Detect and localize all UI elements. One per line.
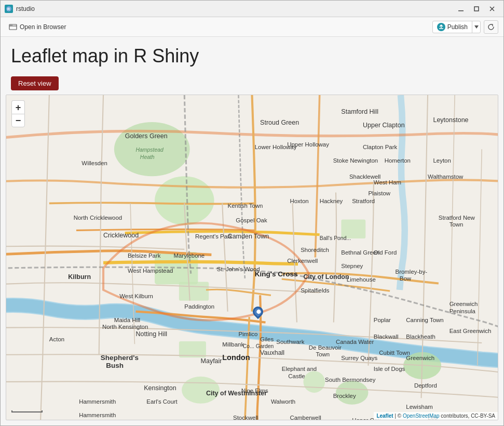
window-controls (454, 3, 499, 15)
svg-text:Cricklewood: Cricklewood (103, 232, 139, 239)
svg-text:Stockwell: Stockwell (233, 415, 258, 420)
svg-text:Ball's Pond...: Ball's Pond... (320, 235, 351, 241)
svg-text:Marylebone: Marylebone (173, 252, 205, 259)
svg-text:Earl's Court: Earl's Court (146, 398, 178, 405)
svg-text:Hackney: Hackney (320, 198, 343, 204)
svg-text:North Kensington: North Kensington (102, 324, 148, 330)
svg-text:South Bermondsey: South Bermondsey (325, 377, 376, 383)
svg-text:London: London (222, 353, 250, 362)
svg-text:Millbank: Millbank (222, 341, 244, 348)
maximize-button[interactable] (469, 3, 484, 15)
map-zoom-controls: + − (11, 100, 25, 127)
svg-text:Walworth: Walworth (271, 398, 295, 405)
svg-text:King's Cross: King's Cross (255, 270, 298, 278)
leaflet-link[interactable]: Leaflet (376, 413, 393, 419)
app-window: R rstudio (0, 0, 504, 426)
svg-text:R: R (7, 7, 10, 11)
map-tiles: Kilburn Shepherd's Bush West Kilburn Mai… (6, 95, 498, 420)
zoom-out-button[interactable]: − (11, 114, 25, 127)
svg-text:Pimlico: Pimlico (238, 331, 257, 337)
svg-text:Notting Hill: Notting Hill (136, 330, 167, 338)
svg-point-8 (11, 24, 12, 25)
svg-text:St. John's Wood: St. John's Wood (217, 266, 260, 272)
publish-icon (437, 23, 445, 31)
svg-text:Stoke Newington: Stoke Newington (333, 157, 378, 164)
app-content: Leaflet map in R Shiny Reset view (1, 37, 503, 425)
svg-text:Co... Garden: Co... Garden (243, 344, 274, 350)
svg-text:Shacklewell: Shacklewell (349, 174, 380, 180)
svg-text:Walthamstow: Walthamstow (428, 174, 464, 180)
svg-text:Bromley-by-: Bromley-by- (396, 269, 428, 275)
svg-text:Blackheath: Blackheath (406, 334, 435, 340)
osm-link[interactable]: OpenStreetMap (403, 413, 440, 419)
publish-dropdown-button[interactable] (472, 21, 480, 33)
refresh-button[interactable] (484, 20, 498, 34)
svg-text:Vauxhall: Vauxhall (260, 349, 284, 356)
svg-point-7 (10, 24, 11, 25)
open-browser-label: Open in Browser (20, 23, 66, 31)
svg-text:Camden Town: Camden Town (228, 233, 269, 240)
svg-text:Bush: Bush (106, 362, 124, 369)
map-attribution: Leaflet | © OpenStreetMap contributors, … (374, 412, 498, 420)
svg-text:Giles: Giles (260, 336, 274, 342)
svg-text:Heath: Heath (140, 154, 155, 160)
svg-text:Lewisham: Lewisham (406, 404, 433, 410)
svg-text:Stroud Green: Stroud Green (260, 119, 299, 126)
publish-group: Publish (432, 21, 481, 33)
svg-text:East Greenwich: East Greenwich (449, 328, 492, 334)
svg-text:Stratford: Stratford (352, 198, 375, 204)
svg-text:Hoxton: Hoxton (290, 198, 308, 204)
svg-text:Limehouse: Limehouse (347, 276, 376, 283)
svg-text:Paddington: Paddington (184, 303, 214, 310)
titlebar: R rstudio (1, 1, 503, 17)
svg-text:Peninsula: Peninsula (449, 308, 476, 314)
svg-text:Southwark: Southwark (276, 339, 304, 345)
svg-text:Hammersmith: Hammersmith (79, 412, 116, 418)
svg-text:Greenwich: Greenwich (449, 301, 478, 307)
svg-text:Spitalfields: Spitalfields (301, 287, 330, 294)
svg-text:Gospel Oak: Gospel Oak (236, 217, 267, 223)
svg-text:Shoreditch: Shoreditch (301, 247, 329, 253)
svg-text:Regent's Park: Regent's Park (195, 233, 233, 239)
open-browser-button[interactable]: Open in Browser (6, 21, 69, 33)
toolbar-left: Open in Browser (6, 21, 432, 33)
svg-text:Clapton Park: Clapton Park (363, 144, 397, 150)
minimize-button[interactable] (454, 3, 468, 15)
svg-text:Clerkenwell: Clerkenwell (287, 258, 318, 264)
window-title: rstudio (16, 5, 454, 12)
svg-point-17 (303, 371, 325, 393)
svg-text:Isle of Dogs: Isle of Dogs (374, 366, 405, 372)
svg-text:Brockley: Brockley (333, 393, 356, 399)
svg-text:Greenwich: Greenwich (406, 355, 434, 361)
close-button[interactable] (485, 3, 499, 15)
svg-text:Poplar: Poplar (374, 317, 391, 324)
app-title: Leaflet map in R Shiny (11, 45, 493, 67)
svg-rect-2 (458, 10, 464, 11)
map-scale (11, 410, 43, 412)
app-controls: Reset view (1, 72, 503, 95)
svg-text:Kilburn: Kilburn (68, 273, 91, 281)
svg-text:City of Westminster: City of Westminster (206, 390, 267, 397)
svg-text:Mayfair: Mayfair (201, 357, 222, 365)
map-container[interactable]: Kilburn Shepherd's Bush West Kilburn Mai… (6, 95, 498, 420)
zoom-in-button[interactable]: + (11, 100, 25, 114)
svg-rect-3 (474, 7, 479, 11)
svg-text:Old Ford: Old Ford (374, 249, 397, 256)
svg-rect-12 (179, 282, 209, 300)
svg-text:Plaistow: Plaistow (368, 190, 390, 196)
toolbar: Open in Browser Publish (1, 17, 503, 37)
attribution-separator: | © (394, 413, 403, 419)
svg-text:Stepney: Stepney (341, 263, 363, 269)
publish-button[interactable]: Publish (433, 21, 472, 33)
svg-text:Leytonstone: Leytonstone (433, 116, 468, 124)
location-pin (253, 307, 263, 321)
svg-text:West Kilburn: West Kilburn (119, 293, 153, 299)
svg-text:Kensington: Kensington (144, 384, 176, 392)
svg-text:North Cricklewood: North Cricklewood (74, 215, 122, 221)
svg-text:Upper Clapton: Upper Clapton (363, 122, 405, 129)
svg-text:Stamford Hill: Stamford Hill (341, 108, 378, 115)
svg-text:Belsize Park: Belsize Park (128, 252, 161, 259)
svg-text:Camberwell: Camberwell (290, 415, 321, 420)
svg-text:Canning Town: Canning Town (406, 317, 443, 324)
reset-view-button[interactable]: Reset view (11, 76, 59, 90)
